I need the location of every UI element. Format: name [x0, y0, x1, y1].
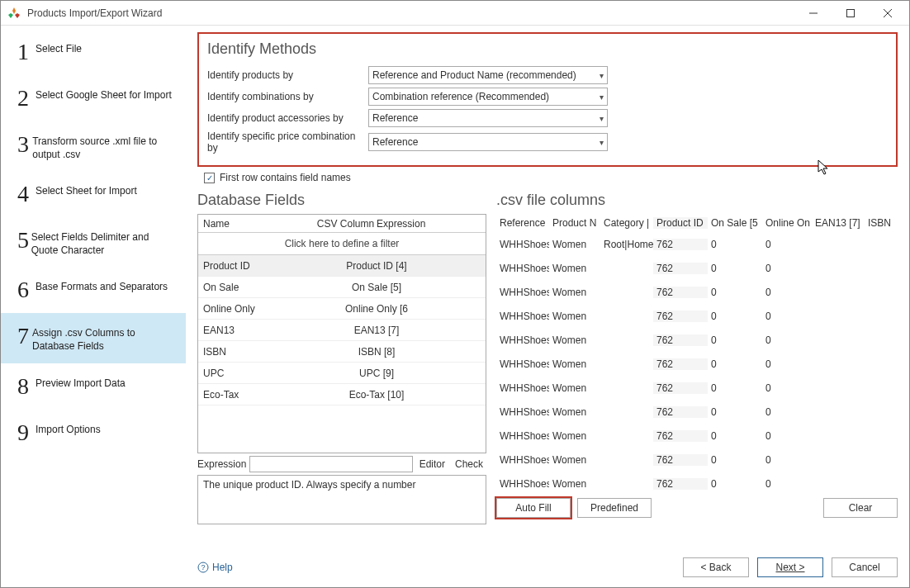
- chevron-down-icon: ▾: [600, 71, 604, 80]
- predefined-button[interactable]: Predefined: [577, 498, 652, 518]
- db-row[interactable]: Product IDProduct ID [4]: [198, 255, 486, 277]
- csv-row[interactable]: WHHShoesWomen76200: [496, 424, 898, 448]
- csv-row[interactable]: WHHShoesWomen76200: [496, 328, 898, 352]
- identify-methods-section: Identify Methods Identify products byRef…: [197, 32, 898, 167]
- identify-accessories-combo[interactable]: Reference▾: [368, 109, 608, 127]
- identify-heading: Identify Methods: [207, 40, 886, 58]
- step-9[interactable]: 9Import Options: [1, 410, 186, 456]
- identify-products-label: Identify products by: [207, 69, 368, 81]
- cancel-button[interactable]: Cancel: [832, 557, 898, 577]
- wizard-window: Products Import/Export Wizard 1Select Fi…: [0, 0, 910, 588]
- csv-row[interactable]: WHHShoesWomen76200: [496, 280, 898, 304]
- step-3[interactable]: 3Transform source .xml file to output .c…: [1, 121, 186, 171]
- svg-rect-1: [846, 9, 854, 17]
- database-fields-grid[interactable]: Name CSV Column Expression Click here to…: [197, 214, 486, 453]
- step-1[interactable]: 1Select File: [1, 29, 186, 75]
- identify-products-combo[interactable]: Reference and Product Name (recommended)…: [368, 66, 608, 84]
- db-row[interactable]: ISBNISBN [8]: [198, 341, 486, 363]
- close-button[interactable]: [869, 2, 906, 25]
- step-2[interactable]: 2Select Google Sheet for Import: [1, 75, 186, 121]
- database-fields-heading: Database Fields: [197, 192, 486, 209]
- maximize-button[interactable]: [832, 2, 869, 25]
- first-row-checkbox[interactable]: ✓: [204, 173, 215, 183]
- help-icon: ?: [197, 562, 209, 573]
- autofill-button[interactable]: Auto Fill: [496, 498, 571, 518]
- csv-preview-grid[interactable]: Reference Product N Category | Product I…: [496, 214, 898, 493]
- editor-button[interactable]: Editor: [416, 457, 448, 472]
- step-5[interactable]: 5Select Fields Delimiter and Quote Chara…: [1, 217, 186, 267]
- field-help-text: The unique product ID. Always specify a …: [197, 475, 486, 524]
- clear-button[interactable]: Clear: [823, 498, 898, 518]
- step-8[interactable]: 8Preview Import Data: [1, 363, 186, 410]
- back-button[interactable]: < Back: [683, 557, 749, 577]
- wizard-steps-sidebar: 1Select File 2Select Google Sheet for Im…: [1, 26, 186, 587]
- db-row[interactable]: Eco-TaxEco-Tax [10]: [198, 384, 486, 405]
- identify-accessories-label: Identify product accessories by: [207, 112, 368, 124]
- first-row-label: First row contains field names: [220, 172, 351, 183]
- csv-row[interactable]: WHHShoesWomen76200: [496, 352, 898, 376]
- next-button[interactable]: Next >: [757, 557, 823, 577]
- identify-price-combo[interactable]: Reference▾: [368, 133, 608, 151]
- identify-price-label: Identify specific price combination by: [207, 130, 368, 154]
- cursor-icon: [818, 159, 831, 178]
- step-4[interactable]: 4Select Sheet for Import: [1, 171, 186, 217]
- csv-header-row[interactable]: Reference Product N Category | Product I…: [496, 214, 898, 232]
- expression-input[interactable]: [249, 456, 412, 472]
- db-filter-row[interactable]: Click here to define a filter: [198, 233, 486, 255]
- csv-row[interactable]: WHHShoesWomen76200: [496, 376, 898, 400]
- csv-row[interactable]: WHHShoesWomen76200: [496, 448, 898, 472]
- identify-combinations-combo[interactable]: Combination reference (Recommended)▾: [368, 88, 608, 106]
- csv-row[interactable]: WHHShoesWomenRoot|Home76200: [496, 232, 898, 256]
- csv-row[interactable]: WHHShoesWomen76200: [496, 304, 898, 328]
- step-7[interactable]: 7Assign .csv Columns to Database Fields: [1, 313, 186, 363]
- window-title: Products Import/Export Wizard: [27, 7, 794, 19]
- identify-combinations-label: Identify combinations by: [207, 91, 368, 102]
- db-row[interactable]: On SaleOn Sale [5]: [198, 277, 486, 298]
- titlebar: Products Import/Export Wizard: [1, 1, 909, 26]
- window-controls: [794, 2, 906, 25]
- csv-row[interactable]: WHHShoesWomen76200: [496, 256, 898, 280]
- help-link[interactable]: ? Help: [197, 562, 233, 573]
- chevron-down-icon: ▾: [600, 138, 604, 147]
- csv-columns-heading: .csv file columns: [496, 192, 898, 209]
- chevron-down-icon: ▾: [600, 92, 604, 102]
- minimize-button[interactable]: [794, 2, 832, 25]
- db-row[interactable]: UPCUPC [9]: [198, 363, 486, 384]
- db-header-row[interactable]: Name CSV Column Expression: [198, 215, 486, 233]
- csv-row[interactable]: WHHShoesWomen76200: [496, 472, 898, 493]
- step-6[interactable]: 6Base Formats and Separators: [1, 267, 186, 313]
- expression-label: Expression: [197, 458, 246, 470]
- check-button[interactable]: Check: [452, 457, 486, 472]
- main-content: Identify Methods Identify products byRef…: [186, 26, 909, 587]
- svg-text:?: ?: [201, 563, 205, 571]
- chevron-down-icon: ▾: [600, 114, 604, 123]
- app-icon: [7, 7, 21, 20]
- db-row[interactable]: Online OnlyOnline Only [6: [198, 298, 486, 320]
- db-row[interactable]: EAN13EAN13 [7]: [198, 320, 486, 341]
- csv-row[interactable]: WHHShoesWomen76200: [496, 400, 898, 424]
